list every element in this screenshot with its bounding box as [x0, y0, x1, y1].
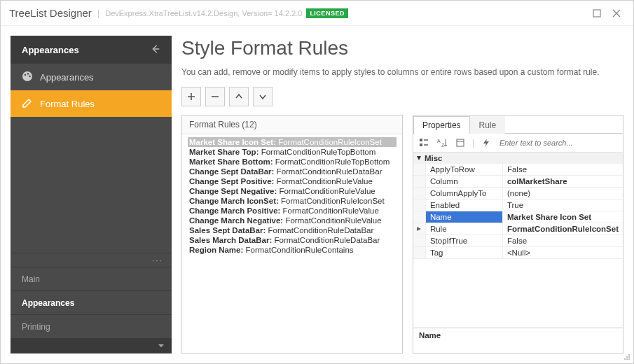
row-gutter — [413, 235, 426, 246]
assembly-info: DevExpress.XtraTreeList.v14.2.Design, Ve… — [105, 9, 302, 18]
svg-text:A: A — [437, 139, 441, 144]
rule-row[interactable]: Sales March DataBar: FormatConditionRule… — [188, 235, 397, 245]
property-row[interactable]: NameMarket Share Icon Set — [413, 211, 623, 223]
rule-name: Change Sept DataBar: — [189, 167, 277, 176]
property-grid[interactable]: Misc ApplyToRowFalseColumncolMarketShare… — [413, 153, 623, 328]
section-main[interactable]: Main — [11, 267, 172, 290]
property-value[interactable]: False — [503, 235, 623, 246]
property-value[interactable]: <Null> — [503, 247, 623, 258]
rule-type: FormatConditionRuleValue — [283, 206, 379, 215]
property-row[interactable]: StopIfTrueFalse — [413, 235, 623, 247]
rule-type: FormatConditionRuleIconSet — [281, 197, 385, 205]
rule-row[interactable]: Change Sept Positive: FormatConditionRul… — [188, 176, 397, 186]
remove-button[interactable] — [205, 87, 225, 106]
rule-row[interactable]: Sales Sept DataBar: FormatConditionRuleD… — [188, 225, 397, 235]
property-toolbar: AZ | — [413, 134, 623, 153]
license-badge: LICENSED — [306, 8, 348, 18]
rule-row[interactable]: Market Share Icon Set: FormatConditionRu… — [188, 137, 397, 147]
property-description: Name — [413, 328, 623, 353]
rule-name: Change March IconSet: — [189, 197, 281, 205]
row-gutter — [413, 223, 426, 234]
svg-rect-0 — [593, 10, 600, 17]
property-name: ColumnApplyTo — [426, 188, 503, 199]
tab-rule[interactable]: Rule — [470, 116, 506, 134]
maximize-button[interactable] — [588, 5, 605, 22]
property-search-input[interactable] — [498, 138, 619, 148]
svg-point-11 — [626, 356, 628, 358]
property-name: Tag — [426, 247, 503, 258]
property-name: Column — [426, 176, 503, 187]
move-down-button[interactable] — [253, 87, 273, 106]
rules-list[interactable]: Market Share Icon Set: FormatConditionRu… — [182, 134, 402, 353]
rule-row[interactable]: Change Sept DataBar: FormatConditionRule… — [188, 167, 397, 176]
titlebar: TreeList Designer | DevExpress.XtraTreeL… — [1, 1, 633, 26]
svg-point-12 — [628, 356, 630, 358]
property-row[interactable]: ApplyToRowFalse — [413, 164, 623, 176]
back-icon[interactable] — [151, 44, 160, 56]
property-name: Name — [426, 211, 503, 223]
svg-point-15 — [628, 358, 630, 360]
panels: Format Rules (12) Market Share Icon Set:… — [181, 115, 623, 354]
rules-panel: Format Rules (12) Market Share Icon Set:… — [181, 115, 403, 354]
events-icon[interactable] — [480, 136, 492, 149]
close-button[interactable] — [608, 5, 625, 22]
rule-name: Change March Positive: — [189, 206, 283, 215]
row-gutter — [413, 200, 426, 211]
category-row[interactable]: Misc — [413, 153, 623, 164]
sidebar-header: Appearances — [11, 36, 172, 64]
sidebar-item-format-rules[interactable]: Format Rules — [11, 90, 172, 117]
sidebar: Appearances Appearances Format Rules ··· — [11, 36, 172, 354]
resize-grip[interactable] — [622, 352, 630, 360]
property-tabs: Properties Rule — [413, 115, 623, 134]
move-up-button[interactable] — [229, 87, 249, 106]
sidebar-dropdown[interactable] — [11, 338, 172, 354]
rule-row[interactable]: Change Sept Negative: FormatConditionRul… — [188, 186, 397, 196]
page-description: You can add, remove or modify items to a… — [181, 66, 623, 78]
categorized-icon[interactable] — [418, 136, 430, 149]
rule-type: FormatConditionRuleValue — [277, 177, 373, 186]
sidebar-item-appearances[interactable]: Appearances — [11, 64, 172, 90]
row-gutter — [413, 247, 426, 258]
rule-row[interactable]: Change March IconSet: FormatConditionRul… — [188, 196, 397, 206]
category-label: Misc — [425, 154, 443, 162]
property-value[interactable]: False — [503, 164, 623, 175]
rule-type: FormatConditionRuleDataBar — [268, 226, 374, 234]
property-pages-icon[interactable] — [454, 136, 467, 149]
property-row[interactable]: EnabledTrue — [413, 200, 623, 211]
property-panel: Properties Rule AZ | — [413, 115, 623, 354]
property-value[interactable]: FormatConditionRuleIconSet — [503, 223, 623, 234]
rule-type: FormatConditionRuleValue — [279, 187, 375, 195]
property-row[interactable]: ColumnApplyTo(none) — [413, 188, 623, 200]
rule-row[interactable]: Market Share Top: FormatConditionRuleTop… — [188, 147, 397, 157]
rule-type: FormatConditionRuleDataBar — [277, 167, 383, 176]
titlebar-separator: | — [97, 8, 99, 18]
rule-type: FormatConditionRuleTopBottom — [261, 148, 376, 156]
property-value[interactable]: (none) — [503, 188, 623, 199]
property-value[interactable]: True — [503, 200, 623, 211]
alphabetical-icon[interactable]: AZ — [436, 136, 448, 149]
edit-icon — [22, 97, 33, 111]
rule-row[interactable]: Change March Negative: FormatConditionRu… — [188, 216, 397, 225]
section-appearances[interactable]: Appearances — [11, 290, 172, 314]
property-value[interactable]: colMarketShare — [503, 176, 623, 187]
rule-row[interactable]: Region Name: FormatConditionRuleContains — [188, 245, 397, 255]
rule-row[interactable]: Market Share Bottom: FormatConditionRule… — [188, 157, 397, 167]
rule-type: FormatConditionRuleIconSet — [278, 138, 382, 146]
rule-name: Change Sept Positive: — [189, 177, 277, 186]
section-printing[interactable]: Printing — [11, 314, 172, 338]
tab-properties[interactable]: Properties — [413, 116, 470, 134]
sidebar-item-label: Appearances — [40, 72, 94, 83]
property-row[interactable]: Tag<Null> — [413, 247, 623, 259]
designer-window: TreeList Designer | DevExpress.XtraTreeL… — [0, 0, 634, 364]
property-row[interactable]: ColumncolMarketShare — [413, 176, 623, 188]
rule-row[interactable]: Change March Positive: FormatConditionRu… — [188, 206, 397, 216]
sidebar-overflow[interactable]: ··· — [11, 253, 172, 267]
rules-panel-header: Format Rules (12) — [182, 115, 402, 134]
rule-name: Market Share Top: — [189, 148, 261, 156]
row-gutter — [413, 176, 426, 187]
property-name: Enabled — [426, 200, 503, 211]
property-row[interactable]: RuleFormatConditionRuleIconSet — [413, 223, 623, 235]
svg-point-2 — [25, 74, 27, 76]
add-button[interactable] — [181, 87, 201, 106]
property-value[interactable]: Market Share Icon Set — [503, 211, 623, 223]
